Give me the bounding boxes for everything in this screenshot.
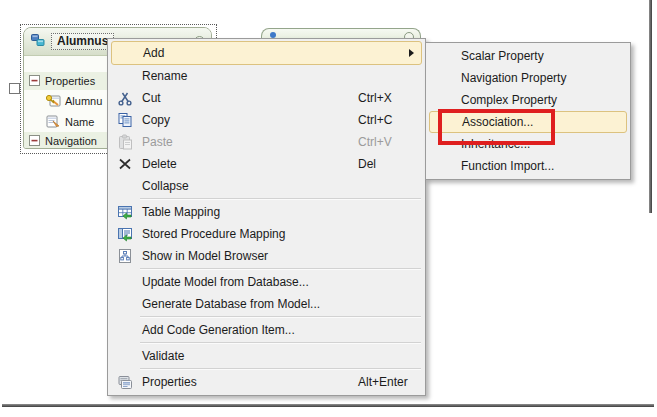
menu-item-properties[interactable]: PropertiesAlt+Enter — [110, 371, 423, 393]
menu-item-shortcut: Del — [358, 157, 376, 171]
menu-item-generate-database-from-model[interactable]: Generate Database from Model... — [110, 293, 423, 315]
menu-item-label: Delete — [142, 157, 177, 171]
add-submenu: Scalar PropertyNavigation PropertyComple… — [425, 42, 631, 180]
collapse-minus-icon[interactable] — [29, 75, 40, 88]
copy-icon — [117, 112, 133, 128]
menu-separator — [140, 198, 421, 200]
property-icon — [45, 113, 61, 131]
menu-item-complex-property[interactable]: Complex Property — [428, 89, 628, 111]
menu-item-navigation-property[interactable]: Navigation Property — [428, 67, 628, 89]
entity-section-label: Navigation — [45, 135, 97, 147]
menu-item-stored-procedure-mapping[interactable]: Stored Procedure Mapping — [110, 223, 423, 245]
canvas-bottom-edge — [2, 404, 654, 407]
menu-separator — [140, 316, 421, 318]
menu-item-label: Table Mapping — [142, 205, 220, 219]
menu-item-shortcut: Alt+Enter — [358, 375, 408, 389]
entity-icon — [30, 32, 46, 52]
collapse-minus-icon[interactable] — [29, 135, 40, 148]
menu-item-shortcut: Ctrl+X — [358, 91, 392, 105]
menu-item-show-in-model-browser[interactable]: Show in Model Browser — [110, 245, 423, 267]
paste-icon — [117, 134, 133, 150]
menu-item-label: Add — [143, 46, 164, 60]
annotation-box — [438, 109, 555, 145]
menu-item-paste[interactable]: PasteCtrl+V — [110, 131, 423, 153]
menu-item-label: Properties — [142, 375, 197, 389]
table-mapping-icon — [117, 204, 133, 220]
menu-item-label: Stored Procedure Mapping — [142, 227, 285, 241]
submenu-arrow-icon — [409, 49, 414, 57]
menu-item-label: Generate Database from Model... — [142, 297, 320, 311]
entity-title: Alumnus — [51, 33, 114, 50]
menu-item-label: Copy — [142, 113, 170, 127]
entity-section-label: Properties — [45, 75, 95, 87]
menu-item-scalar-property[interactable]: Scalar Property — [428, 45, 628, 67]
delete-icon — [117, 156, 133, 172]
menu-item-label: Complex Property — [461, 93, 557, 107]
menu-item-function-import[interactable]: Function Import... — [428, 155, 628, 177]
menu-item-add-code-generation-item[interactable]: Add Code Generation Item... — [110, 319, 423, 341]
entity-resize-handle[interactable] — [9, 83, 20, 94]
menu-item-shortcut: Ctrl+V — [358, 135, 392, 149]
menu-separator — [140, 368, 421, 370]
menu-item-label: Function Import... — [461, 159, 554, 173]
menu-item-copy[interactable]: CopyCtrl+C — [110, 109, 423, 131]
menu-item-validate[interactable]: Validate — [110, 345, 423, 367]
menu-item-shortcut: Ctrl+C — [358, 113, 392, 127]
menu-item-label: Rename — [142, 69, 187, 83]
menu-item-collapse[interactable]: Collapse — [110, 175, 423, 197]
properties-icon — [117, 374, 133, 390]
cut-icon — [117, 90, 133, 106]
menu-item-label: Collapse — [142, 179, 189, 193]
menu-item-label: Update Model from Database... — [142, 275, 309, 289]
menu-item-label: Show in Model Browser — [142, 249, 268, 263]
menu-item-update-model-from-database[interactable]: Update Model from Database... — [110, 271, 423, 293]
designer-canvas: Alumnus PropertiesAlumnuNameNavigation A… — [0, 0, 657, 417]
menu-item-label: Paste — [142, 135, 173, 149]
menu-item-rename[interactable]: Rename — [110, 65, 423, 87]
menu-item-label: Add Code Generation Item... — [142, 323, 295, 337]
menu-separator — [140, 342, 421, 344]
stored-procedure-mapping-icon — [117, 226, 133, 242]
entity-property-label: Alumnu — [65, 95, 102, 107]
menu-item-label: Scalar Property — [461, 49, 544, 63]
context-menu: AddRenameCutCtrl+XCopyCtrl+CPasteCtrl+VD… — [107, 38, 426, 396]
menu-item-label: Cut — [142, 91, 161, 105]
canvas-right-edge — [649, 0, 652, 213]
menu-item-table-mapping[interactable]: Table Mapping — [110, 201, 423, 223]
menu-separator — [140, 268, 421, 270]
menu-item-add[interactable]: Add — [111, 41, 422, 65]
menu-item-label: Validate — [142, 349, 184, 363]
menu-item-delete[interactable]: DeleteDel — [110, 153, 423, 175]
menu-item-label: Navigation Property — [461, 71, 566, 85]
key-property-icon — [45, 92, 61, 110]
entity-property-label: Name — [65, 116, 94, 128]
model-browser-icon — [117, 248, 133, 264]
menu-item-cut[interactable]: CutCtrl+X — [110, 87, 423, 109]
